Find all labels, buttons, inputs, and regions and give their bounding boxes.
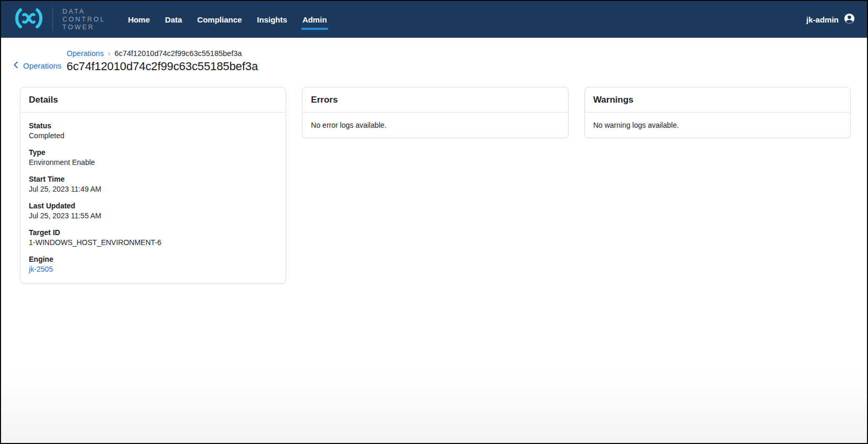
- chevron-left-icon: [14, 61, 18, 70]
- brand-text: DATA CONTROL TOWER: [62, 8, 105, 31]
- detail-field-status: Status Completed: [29, 121, 277, 140]
- detail-field-target-id: Target ID 1-WINDOWS_HOST_ENVIRONMENT-6: [29, 228, 277, 247]
- details-card: Details Status Completed Type Environmen…: [20, 87, 286, 284]
- field-label: Type: [29, 148, 277, 157]
- field-value: Jul 25, 2023 11:49 AM: [29, 184, 277, 194]
- field-value: Jul 25, 2023 11:55 AM: [29, 211, 277, 220]
- errors-card-title: Errors: [311, 95, 338, 105]
- nav-item-insights[interactable]: Insights: [256, 13, 288, 26]
- main-nav: Home Data Compliance Insights Admin: [127, 1, 327, 38]
- breadcrumb: Operations › 6c74f12010d74c2f99c63c55185…: [67, 49, 258, 58]
- page-header: Operations Operations › 6c74f12010d74c2f…: [1, 49, 867, 73]
- field-value: Completed: [29, 131, 277, 140]
- user-name[interactable]: jk-admin: [806, 15, 839, 24]
- back-link[interactable]: Operations: [1, 61, 67, 70]
- dct-logo-icon: [15, 7, 43, 31]
- page-title: 6c74f12010d74c2f99c63c55185bef3a: [67, 60, 258, 73]
- engine-link[interactable]: jk-2505: [29, 264, 53, 274]
- field-label: Target ID: [29, 228, 277, 237]
- errors-empty-message: No error logs available.: [311, 121, 559, 131]
- details-card-body: Status Completed Type Environment Enable…: [20, 113, 286, 283]
- nav-item-home[interactable]: Home: [127, 13, 150, 26]
- brand-divider: [52, 8, 53, 31]
- top-navbar: DATA CONTROL TOWER Home Data Compliance …: [1, 1, 867, 38]
- errors-card-body: No error logs available.: [302, 113, 568, 138]
- brand-logo[interactable]: DATA CONTROL TOWER: [15, 7, 105, 31]
- warnings-card: Warnings No warning logs available.: [584, 87, 851, 138]
- detail-field-last-updated: Last Updated Jul 25, 2023 11:55 AM: [29, 201, 277, 220]
- title-block: Operations › 6c74f12010d74c2f99c63c55185…: [67, 49, 258, 73]
- field-value: 1-WINDOWS_HOST_ENVIRONMENT-6: [29, 238, 277, 247]
- nav-item-compliance[interactable]: Compliance: [197, 13, 242, 26]
- warnings-empty-message: No warning logs available.: [593, 121, 842, 131]
- account-icon[interactable]: [843, 13, 855, 27]
- main-content: Operations Operations › 6c74f12010d74c2f…: [1, 38, 867, 443]
- breadcrumb-separator-icon: ›: [108, 49, 111, 58]
- user-menu: jk-admin: [806, 13, 855, 27]
- details-card-header: Details: [20, 87, 286, 113]
- details-card-title: Details: [29, 95, 58, 105]
- detail-field-start-time: Start Time Jul 25, 2023 11:49 AM: [29, 174, 277, 194]
- breadcrumb-current: 6c74f12010d74c2f99c63c55185bef3a: [115, 49, 242, 58]
- warnings-card-body: No warning logs available.: [585, 113, 850, 138]
- app-window: DATA CONTROL TOWER Home Data Compliance …: [0, 0, 868, 444]
- breadcrumb-operations-link[interactable]: Operations: [67, 49, 104, 58]
- cards-row: Details Status Completed Type Environmen…: [1, 87, 867, 284]
- warnings-card-title: Warnings: [593, 95, 634, 105]
- detail-field-engine: Engine jk-2505: [29, 254, 277, 274]
- errors-card-header: Errors: [302, 87, 568, 113]
- field-label: Last Updated: [29, 201, 277, 210]
- detail-field-type: Type Environment Enable: [29, 148, 277, 167]
- field-value: Environment Enable: [29, 158, 277, 167]
- errors-card: Errors No error logs available.: [302, 87, 568, 138]
- nav-item-data[interactable]: Data: [165, 13, 183, 26]
- warnings-card-header: Warnings: [585, 87, 850, 113]
- field-label: Start Time: [29, 174, 277, 184]
- field-label: Engine: [29, 254, 277, 264]
- field-label: Status: [29, 121, 277, 130]
- nav-item-admin[interactable]: Admin: [302, 13, 328, 26]
